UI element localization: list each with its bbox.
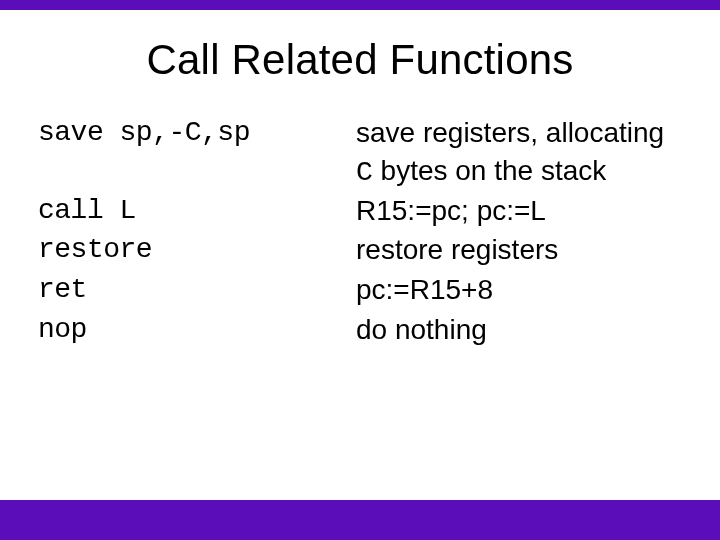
desc-cell: pc:=R15+8 [356, 271, 682, 311]
instr-cell: ret [38, 271, 348, 311]
instruction-table: save sp,-C,sp save registers, allocating… [0, 114, 720, 351]
desc-code: C [356, 157, 373, 188]
slide: Call Related Functions save sp,-C,sp sav… [0, 0, 720, 540]
desc-text: save registers, allocating [356, 117, 664, 148]
instr-cell: call L [38, 192, 348, 232]
desc-text: restore registers [356, 234, 558, 265]
desc-cell: do nothing [356, 311, 682, 351]
desc-text: R15:=pc; pc:=L [356, 195, 546, 226]
instr-cell: restore [38, 231, 348, 271]
desc-cell: R15:=pc; pc:=L [356, 192, 682, 232]
instr-cell: nop [38, 311, 348, 351]
instr-cell: save sp,-C,sp [38, 114, 348, 192]
desc-cell: save registers, allocating C bytes on th… [356, 114, 682, 192]
content-box: Call Related Functions save sp,-C,sp sav… [0, 10, 720, 500]
desc-text: do nothing [356, 314, 487, 345]
slide-title: Call Related Functions [0, 10, 720, 114]
desc-text: bytes on the stack [373, 155, 606, 186]
desc-text: pc:=R15+8 [356, 274, 493, 305]
desc-cell: restore registers [356, 231, 682, 271]
